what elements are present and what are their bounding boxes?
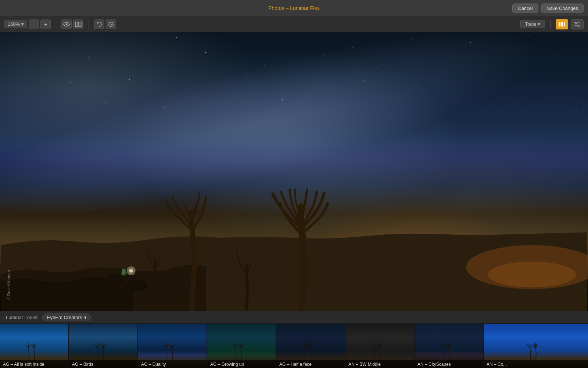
look-label: AG – Growing up (207, 360, 276, 368)
look-thumbnail: AG – Birds (69, 324, 137, 368)
svg-rect-7 (564, 22, 565, 26)
look-label: AN – BW Middle (345, 360, 414, 368)
photo-background: © Daniel Kordan (0, 32, 588, 311)
look-tree-icon (227, 343, 256, 361)
look-item[interactable]: AG – Growing up (207, 324, 276, 368)
title-bar: Photos – Luminar Flex Cancel Save Change… (0, 0, 588, 16)
looks-category-selector[interactable]: EyeEm Creators ▾ (42, 314, 91, 321)
looks-category-text: EyeEm Creators (47, 315, 82, 320)
history-button[interactable] (106, 20, 116, 29)
svg-rect-3 (79, 22, 81, 26)
plus-icon: + (44, 21, 47, 27)
title-separator: – (286, 5, 290, 11)
cancel-button[interactable]: Cancel (512, 3, 538, 13)
looks-strip: AG – All is soft insideAG – BirdsAG – Du… (0, 324, 588, 368)
look-label: AG – Duality (138, 360, 207, 368)
filmstrip-view-button[interactable] (556, 19, 568, 29)
separator-3 (550, 20, 551, 29)
watermark: © Daniel Kordan (7, 270, 11, 300)
looks-chevron-icon: ▾ (84, 315, 87, 320)
look-item[interactable]: AG – Duality (138, 324, 207, 368)
svg-point-1 (66, 23, 68, 25)
tools-group: Tools ▾ (520, 20, 545, 28)
separator-2 (89, 20, 89, 29)
svg-point-14 (126, 279, 148, 291)
tools-button[interactable]: Tools ▾ (520, 20, 545, 28)
main-photo: © Daniel Kordan (0, 32, 588, 311)
app-title: Photos – Luminar Flex (268, 5, 320, 11)
svg-rect-2 (75, 22, 78, 26)
look-thumbnail: AG – All is soft inside (0, 324, 68, 368)
bottom-panel: Luminar Looks: EyeEm Creators ▾ AG – All… (0, 311, 588, 368)
look-tree-icon (296, 343, 325, 361)
look-tree-icon (434, 343, 463, 361)
toolbar: 160% ▾ – + (0, 16, 588, 32)
look-tree-icon (365, 343, 394, 361)
title-buttons: Cancel Save Changes (512, 3, 584, 13)
look-thumbnail: AN – BW Middle (345, 324, 414, 368)
look-thumbnail: AG – Duality (138, 324, 207, 368)
zoom-chevron-icon: ▾ (21, 21, 24, 27)
look-thumbnail: AG – Growing up (207, 324, 276, 368)
tools-chevron-icon: ▾ (538, 21, 540, 27)
svg-point-13 (104, 273, 125, 286)
eye-icon (63, 22, 70, 26)
look-tree-icon (158, 343, 187, 361)
undo-button[interactable] (94, 20, 104, 29)
svg-point-11 (578, 25, 579, 26)
filmstrip-icon (558, 22, 566, 27)
look-tree-icon (89, 343, 118, 361)
looks-label: Luminar Looks: (6, 315, 39, 320)
svg-rect-6 (561, 22, 563, 26)
split-view-icon (75, 22, 82, 27)
zoom-value: 160% (8, 21, 20, 27)
look-label: AN – CityScapes (415, 360, 483, 368)
look-thumbnail: AN – CityScapes (415, 324, 483, 368)
view-group (61, 20, 83, 29)
looks-bar: Luminar Looks: EyeEm Creators ▾ (0, 311, 588, 324)
svg-point-15 (121, 272, 127, 275)
history-icon (108, 21, 114, 27)
look-item[interactable]: AN – Co... (484, 324, 588, 368)
svg-rect-5 (559, 22, 560, 26)
save-button[interactable]: Save Changes (541, 3, 584, 13)
look-item[interactable]: AN – CityScapes (415, 324, 484, 368)
zoom-group: 160% ▾ – + (4, 20, 51, 29)
look-item[interactable]: AG – Half a face (276, 324, 345, 368)
zoom-selector[interactable]: 160% ▾ (4, 20, 27, 28)
look-tree-icon (521, 343, 551, 361)
look-thumbnail: AN – Co... (484, 324, 588, 368)
app-title-text: Photos (268, 5, 284, 11)
preview-toggle-button[interactable] (61, 20, 72, 29)
svg-point-18 (129, 269, 133, 272)
split-view-button[interactable] (73, 20, 83, 29)
look-tree-icon (19, 343, 49, 361)
look-label: AN – Co... (484, 360, 588, 368)
look-item[interactable]: AG – All is soft inside (0, 324, 69, 368)
zoom-in-button[interactable]: + (40, 20, 51, 29)
look-item[interactable]: AN – BW Middle (345, 324, 415, 368)
look-label: AG – Half a face (276, 360, 345, 368)
zoom-out-button[interactable]: – (29, 20, 39, 29)
svg-rect-16 (122, 269, 126, 274)
look-label: AG – Birds (69, 360, 137, 368)
separator-1 (56, 20, 56, 29)
svg-point-17 (127, 266, 136, 275)
undo-icon (96, 22, 102, 27)
look-thumbnail: AG – Half a face (276, 324, 345, 368)
minus-icon: – (32, 21, 35, 27)
terrain-svg (0, 172, 588, 311)
look-item[interactable]: AG – Birds (69, 324, 138, 368)
svg-point-20 (488, 262, 576, 287)
look-label: AG – All is soft inside (0, 360, 68, 368)
app-subtitle: Luminar Flex (290, 5, 320, 11)
sliders-icon (574, 21, 581, 27)
tools-label: Tools (525, 21, 536, 27)
adjustments-button[interactable] (571, 19, 584, 29)
history-group (94, 20, 116, 29)
svg-point-9 (576, 22, 577, 24)
